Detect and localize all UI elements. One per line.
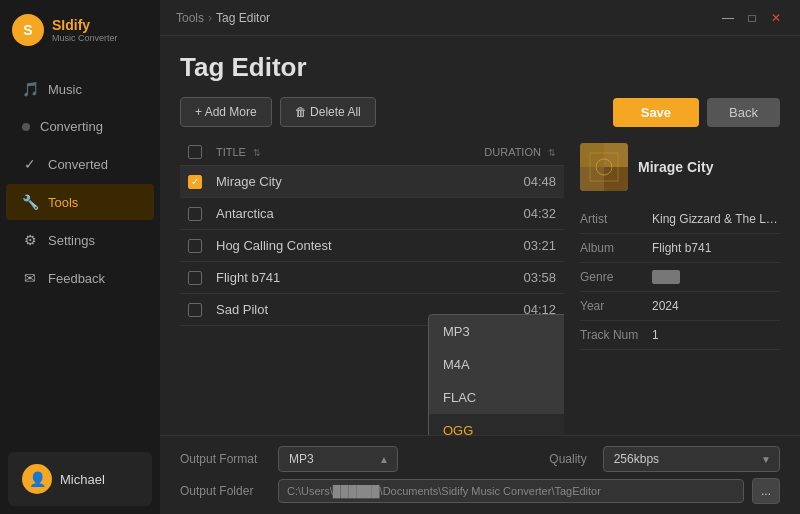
avatar: 👤 xyxy=(22,464,52,494)
title-sort-icon[interactable]: ⇅ xyxy=(253,148,261,158)
list-header: TITLE ⇅ DURATION ⇅ xyxy=(180,139,564,166)
user-profile[interactable]: 👤 Michael xyxy=(8,452,152,506)
quality-label: Quality xyxy=(549,452,586,466)
close-button[interactable]: ✕ xyxy=(768,10,784,26)
save-button[interactable]: Save xyxy=(613,98,699,127)
sidebar-item-music[interactable]: 🎵 Music xyxy=(6,71,154,107)
track-title: Antarctica xyxy=(216,206,476,221)
window-controls: — □ ✕ xyxy=(720,10,784,26)
sidebar: S SIdify Music Converter 🎵 Music Convert… xyxy=(0,0,160,514)
user-name: Michael xyxy=(60,472,105,487)
app-subtitle: Music Converter xyxy=(52,33,118,43)
genre-field: Genre xyxy=(580,263,780,292)
dropdown-option-ogg[interactable]: OGG xyxy=(429,414,564,435)
track-duration: 03:21 xyxy=(476,238,556,253)
delete-all-button[interactable]: 🗑 Delete All xyxy=(280,97,376,127)
sidebar-item-label: Music xyxy=(48,82,82,97)
format-select[interactable]: MP3 ▲ xyxy=(278,446,398,472)
dropdown-option-flac[interactable]: FLAC xyxy=(429,381,564,414)
sidebar-item-label: Settings xyxy=(48,233,95,248)
album-art xyxy=(580,143,628,191)
content-split: TITLE ⇅ DURATION ⇅ ✓ Mirage City 04:48 xyxy=(180,139,780,435)
album-label: Album xyxy=(580,241,652,255)
table-row[interactable]: Hog Calling Contest 03:21 xyxy=(180,230,564,262)
artist-field: Artist King Gizzard & The Lizard W xyxy=(580,205,780,234)
back-button[interactable]: Back xyxy=(707,98,780,127)
breadcrumb-separator: › xyxy=(208,11,212,25)
year-label: Year xyxy=(580,299,652,313)
sidebar-item-converted[interactable]: ✓ Converted xyxy=(6,146,154,182)
logo-icon: S xyxy=(12,14,44,46)
settings-icon: ⚙ xyxy=(22,232,38,248)
breadcrumb: Tools › Tag Editor xyxy=(176,11,270,25)
breadcrumb-current: Tag Editor xyxy=(216,11,270,25)
page-title: Tag Editor xyxy=(180,52,780,83)
sidebar-item-tools[interactable]: 🔧 Tools xyxy=(6,184,154,220)
table-row[interactable]: Antarctica 04:32 xyxy=(180,198,564,230)
row-checkbox[interactable] xyxy=(188,239,202,253)
sidebar-item-label: Converting xyxy=(40,119,103,134)
genre-label: Genre xyxy=(580,270,652,284)
sidebar-nav: 🎵 Music Converting ✓ Converted 🔧 Tools ⚙… xyxy=(0,60,160,444)
dropdown-option-m4a[interactable]: M4A xyxy=(429,348,564,381)
folder-row: Output Folder C:\Users\██████\Documents\… xyxy=(180,478,780,504)
album-art-image xyxy=(580,143,628,191)
add-more-button[interactable]: + Add More xyxy=(180,97,272,127)
track-duration: 04:32 xyxy=(476,206,556,221)
year-field: Year 2024 xyxy=(580,292,780,321)
row-checkbox[interactable] xyxy=(188,271,202,285)
svg-rect-2 xyxy=(604,167,628,191)
track-title: Mirage City xyxy=(216,174,476,189)
folder-label: Output Folder xyxy=(180,484,270,498)
tools-icon: 🔧 xyxy=(22,194,38,210)
feedback-icon: ✉ xyxy=(22,270,38,286)
row-checkbox[interactable] xyxy=(188,207,202,221)
detail-header: Mirage City xyxy=(580,143,780,191)
sidebar-item-settings[interactable]: ⚙ Settings xyxy=(6,222,154,258)
maximize-button[interactable]: □ xyxy=(744,10,760,26)
format-row: Output Format MP3 ▲ Quality 256kbps ▼ xyxy=(180,446,780,472)
sidebar-item-feedback[interactable]: ✉ Feedback xyxy=(6,260,154,296)
detail-track-title: Mirage City xyxy=(638,159,713,175)
duration-column-header: DURATION ⇅ xyxy=(476,146,556,158)
year-value: 2024 xyxy=(652,299,780,313)
sidebar-item-label: Feedback xyxy=(48,271,105,286)
logo: S SIdify Music Converter xyxy=(0,0,160,60)
format-dropdown[interactable]: MP3 M4A FLAC OGG AIFF xyxy=(428,314,564,435)
page-content: Tag Editor + Add More 🗑 Delete All Save … xyxy=(160,36,800,435)
format-label: Output Format xyxy=(180,452,270,466)
row-checkbox[interactable] xyxy=(188,303,202,317)
tracknum-value: 1 xyxy=(652,328,780,342)
row-checkbox[interactable]: ✓ xyxy=(188,175,202,189)
track-duration: 03:58 xyxy=(476,270,556,285)
table-row[interactable]: ✓ Mirage City 04:48 xyxy=(180,166,564,198)
select-all-checkbox[interactable] xyxy=(188,145,202,159)
breadcrumb-root: Tools xyxy=(176,11,204,25)
quality-select-value: 256kbps xyxy=(614,452,659,466)
tracknum-label: Track Num xyxy=(580,328,652,342)
track-title: Flight b741 xyxy=(216,270,476,285)
album-value: Flight b741 xyxy=(652,241,780,255)
dropdown-option-mp3[interactable]: MP3 xyxy=(429,315,564,348)
track-list-wrapper: TITLE ⇅ DURATION ⇅ ✓ Mirage City 04:48 xyxy=(180,139,564,435)
svg-rect-3 xyxy=(580,167,604,191)
duration-sort-icon[interactable]: ⇅ xyxy=(548,148,556,158)
titlebar: Tools › Tag Editor — □ ✕ xyxy=(160,0,800,36)
converting-dot-icon xyxy=(22,123,30,131)
format-select-value: MP3 xyxy=(289,452,314,466)
artist-value: King Gizzard & The Lizard W xyxy=(652,212,780,226)
table-row[interactable]: Flight b741 03:58 xyxy=(180,262,564,294)
converted-icon: ✓ xyxy=(22,156,38,172)
footer: Output Format MP3 ▲ Quality 256kbps ▼ Ou… xyxy=(160,435,800,514)
folder-browse-button[interactable]: ... xyxy=(752,478,780,504)
svg-rect-4 xyxy=(604,143,628,167)
sidebar-item-label: Converted xyxy=(48,157,108,172)
sidebar-item-label: Tools xyxy=(48,195,78,210)
music-icon: 🎵 xyxy=(22,81,38,97)
sidebar-item-converting[interactable]: Converting xyxy=(6,109,154,144)
quality-select[interactable]: 256kbps ▼ xyxy=(603,446,780,472)
main-content: Tools › Tag Editor — □ ✕ Tag Editor + Ad… xyxy=(160,0,800,514)
tracknum-field: Track Num 1 xyxy=(580,321,780,350)
toolbar: + Add More 🗑 Delete All Save Back xyxy=(180,97,780,127)
minimize-button[interactable]: — xyxy=(720,10,736,26)
